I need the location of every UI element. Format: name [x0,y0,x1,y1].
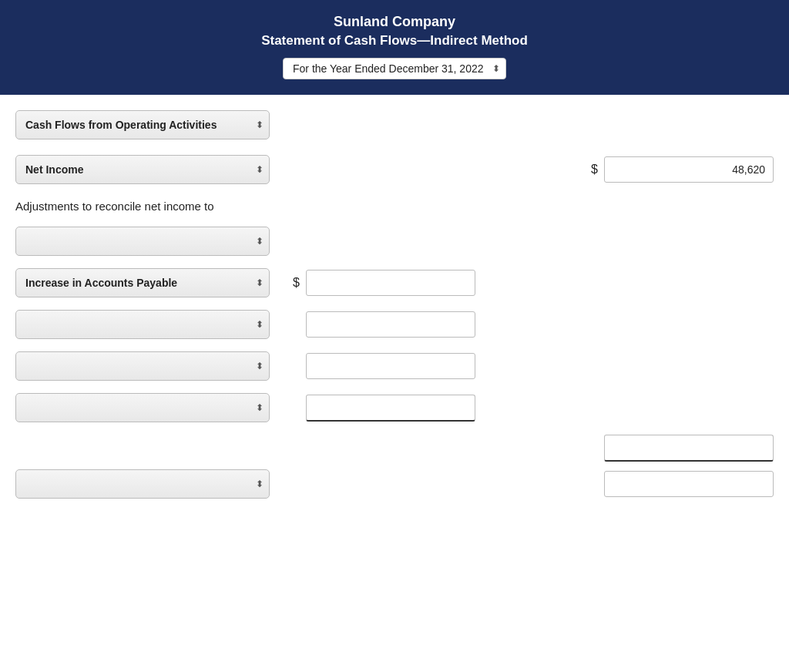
adjustment-select-1[interactable] [15,227,270,256]
statement-title: Statement of Cash Flows—Indirect Method [15,33,774,49]
net-income-dollar: $ [591,163,598,176]
net-income-row: Net Income $ [15,155,774,184]
adjustment-row-blank-4: $ [15,393,774,422]
adjustment-select-wrapper-1[interactable] [15,227,270,256]
adjustment-input-2[interactable] [306,311,475,338]
net-income-select[interactable]: Net Income [15,155,270,184]
main-content: Cash Flows from Operating Activities Net… [0,95,789,522]
adjustment-select-wrapper-3[interactable] [15,351,270,381]
net-income-input[interactable] [604,156,774,183]
adjustment-row-blank-1 [15,227,774,256]
adjustment-row-blank-3: $ [15,351,774,381]
operating-activities-row: Cash Flows from Operating Activities [15,110,774,139]
blank-dollar-4: $ [293,401,300,415]
blank-dollar-3: $ [293,359,300,373]
period-select[interactable]: For the Year Ended December 31, 2022 For… [283,58,506,79]
adjustment-select-2[interactable] [15,310,270,339]
accounts-payable-select-wrapper[interactable]: Increase in Accounts Payable [15,268,270,297]
subtotal-row [15,435,774,462]
adjustment-select-wrapper-4[interactable] [15,393,270,422]
adjustment-select-3[interactable] [15,351,270,381]
company-name: Sunland Company [15,14,774,30]
adjustment-select-4[interactable] [15,393,270,422]
bottom-row [15,469,774,499]
accounts-payable-input[interactable] [306,270,475,296]
subtotal-input[interactable] [604,435,774,462]
accounts-payable-select[interactable]: Increase in Accounts Payable [15,268,270,297]
adjustments-label: Adjustments to reconcile net income to [15,200,774,213]
bottom-label-select[interactable] [15,469,270,499]
accounts-payable-row: Increase in Accounts Payable $ [15,268,774,297]
adjustment-row-blank-2: $ [15,310,774,339]
bottom-label-select-wrapper[interactable] [15,469,270,499]
page-header: Sunland Company Statement of Cash Flows—… [0,0,789,95]
bottom-value-section [604,471,774,497]
blank-dollar-2: $ [293,318,300,331]
operating-activities-select-wrapper[interactable]: Cash Flows from Operating Activities [15,110,270,139]
operating-activities-select[interactable]: Cash Flows from Operating Activities [15,110,270,139]
net-income-right: $ [591,156,774,183]
period-select-wrapper[interactable]: For the Year Ended December 31, 2022 For… [283,58,506,79]
adjustment-select-wrapper-2[interactable] [15,310,270,339]
adjustment-input-4[interactable] [306,395,475,422]
accounts-payable-dollar: $ [293,276,300,290]
net-income-select-wrapper[interactable]: Net Income [15,155,270,184]
bottom-value-input[interactable] [604,471,774,497]
adjustment-input-3[interactable] [306,353,475,379]
